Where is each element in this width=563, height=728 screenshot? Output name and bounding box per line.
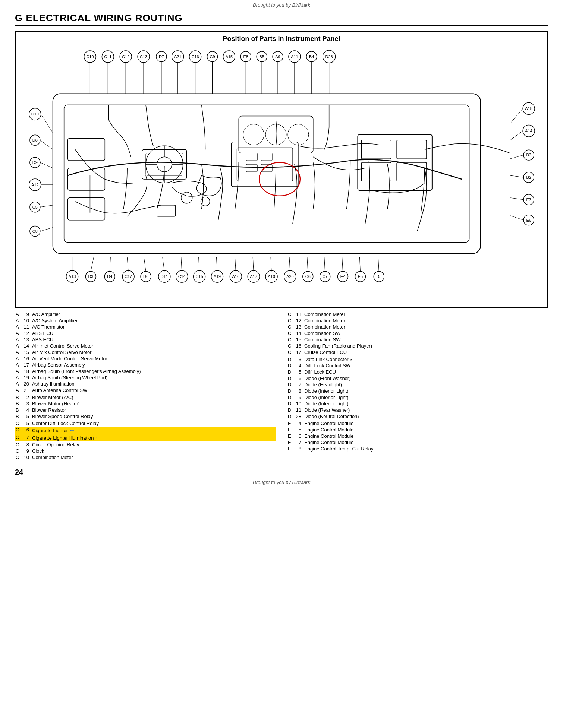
part-number: 13 [293, 324, 303, 330]
part-letter: C [15, 448, 21, 454]
svg-text:B5: B5 [259, 54, 264, 59]
list-item: B 5 Blower Speed Control Relay [15, 413, 276, 420]
svg-text:C8: C8 [32, 229, 38, 234]
part-letter: E [287, 420, 293, 427]
svg-text:E8: E8 [243, 54, 248, 59]
part-number: 9 [293, 394, 303, 401]
list-item: A 12 ABS ECU [15, 330, 276, 336]
part-desc: Cruise Control ECU [303, 349, 548, 355]
svg-text:B4: B4 [309, 54, 314, 59]
parts-list-right: C 11 Combination Meter C 12 Combination … [287, 311, 548, 460]
part-desc: A/C Amplifier [31, 311, 276, 317]
list-item: C 8 Circuit Opening Relay [15, 441, 276, 448]
list-item: B 4 Blower Resistor [15, 407, 276, 413]
part-letter: B [15, 394, 21, 401]
list-item: A 9 A/C Amplifier [15, 311, 276, 317]
svg-text:C5: C5 [32, 205, 38, 209]
part-desc: Diode (Neutral Detection) [303, 413, 548, 420]
wiring-diagram-svg: C10 C11 C12 C13 D7 A21 C16 C9 A15 [16, 45, 547, 306]
list-item: A 11 A/C Thermistor [15, 324, 276, 330]
list-item: A 21 Auto Antenna Control SW [15, 387, 276, 393]
part-desc: Circuit Opening Relay [31, 441, 276, 448]
svg-text:A17: A17 [250, 274, 257, 279]
svg-rect-0 [16, 45, 547, 306]
part-desc: Diff. Lock Control SW [303, 363, 548, 369]
svg-text:D11: D11 [161, 274, 168, 279]
part-letter: C [287, 343, 293, 349]
part-letter: D [287, 382, 293, 388]
part-desc: Diff. Lock ECU [303, 369, 548, 375]
part-letter: C [15, 420, 21, 427]
part-number: 6 [293, 433, 303, 439]
list-item: D 3 Data Link Connector 3 [287, 356, 548, 363]
part-desc: Combination Meter [303, 317, 548, 324]
part-letter: A [15, 311, 21, 317]
list-item: C 16 Cooling Fan (Radio and Player) [287, 343, 548, 349]
part-letter: C [15, 427, 21, 434]
part-number: 9 [21, 448, 31, 454]
list-item: A 16 Air Vent Mode Control Servo Motor [15, 355, 276, 362]
svg-text:A18: A18 [525, 106, 532, 111]
part-desc: Combination Meter [31, 454, 276, 460]
part-desc: Diode (Headlight) [303, 382, 548, 388]
part-number: 20 [21, 381, 31, 387]
list-item: A 13 ABS ECU [15, 336, 276, 343]
part-letter: B [15, 401, 21, 407]
part-letter: C [15, 454, 21, 460]
page-number: 24 [15, 468, 23, 477]
part-desc: Auto Antenna Control SW [31, 387, 276, 393]
section-title: G ELECTRICAL WIRING ROUTING [15, 12, 548, 26]
svg-text:C9: C9 [210, 54, 215, 59]
list-item: A 17 Airbag Sensor Assembly [15, 362, 276, 368]
diagram-title: Position of Parts in Instrument Panel [16, 35, 547, 43]
svg-text:C14: C14 [178, 274, 186, 279]
part-desc: Blower Speed Control Relay [31, 413, 276, 420]
part-number: 8 [293, 388, 303, 394]
list-item: A 14 Air Inlet Control Servo Motor [15, 343, 276, 349]
part-desc: Blower Motor (A/C) [31, 394, 276, 401]
part-number: 18 [21, 368, 31, 374]
part-number: 4 [293, 363, 303, 369]
diagram-box: Position of Parts in Instrument Panel C1… [15, 31, 548, 308]
part-desc: ABS ECU [31, 330, 276, 336]
part-number: 8 [21, 441, 31, 448]
part-number: 4 [21, 407, 31, 413]
svg-text:C10: C10 [86, 54, 94, 59]
part-number: 21 [21, 387, 31, 393]
part-number: 2 [21, 394, 31, 401]
svg-text:A21: A21 [174, 54, 182, 59]
part-letter: C [15, 434, 21, 441]
part-desc: Blower Resistor [31, 407, 276, 413]
part-number: 4 [293, 420, 303, 427]
part-number: 6 [293, 375, 303, 382]
svg-text:D9: D9 [32, 160, 38, 165]
svg-text:E6: E6 [526, 218, 531, 222]
list-item: A 20 Ashtray Illumination [15, 381, 276, 387]
diagram-area: C10 C11 C12 C13 D7 A21 C16 C9 A15 [16, 45, 547, 306]
svg-text:E7: E7 [526, 197, 531, 202]
part-number: 7 [293, 382, 303, 388]
list-item: C 12 Combination Meter [287, 317, 548, 324]
part-letter: D [287, 375, 293, 382]
part-number: 11 [21, 324, 31, 330]
part-letter: E [287, 433, 293, 439]
part-letter: B [15, 413, 21, 420]
list-item: C 6 Cigarette Lighter ← [15, 427, 276, 434]
svg-text:D6: D6 [143, 274, 148, 279]
part-desc: Center Diff. Lock Control Relay [31, 420, 276, 427]
part-desc: Clock [31, 448, 276, 454]
part-number: 17 [21, 362, 31, 368]
part-letter: D [287, 407, 293, 413]
part-desc: Engine Control Module [303, 433, 548, 439]
svg-text:C16: C16 [192, 54, 199, 59]
list-item: E 7 Engine Control Module [287, 439, 548, 446]
part-letter: A [15, 387, 21, 393]
svg-text:D7: D7 [159, 54, 164, 59]
part-desc: Diode (Interior Light) [303, 394, 548, 401]
parts-list: A 9 A/C Amplifier A 10 A/C System Amplif… [15, 311, 548, 460]
part-desc: Diode (Rear Washer) [303, 407, 548, 413]
part-letter: A [15, 368, 21, 374]
part-desc: Cigarette Lighter ← [31, 427, 276, 434]
part-letter: B [15, 407, 21, 413]
svg-text:A12: A12 [31, 183, 39, 187]
